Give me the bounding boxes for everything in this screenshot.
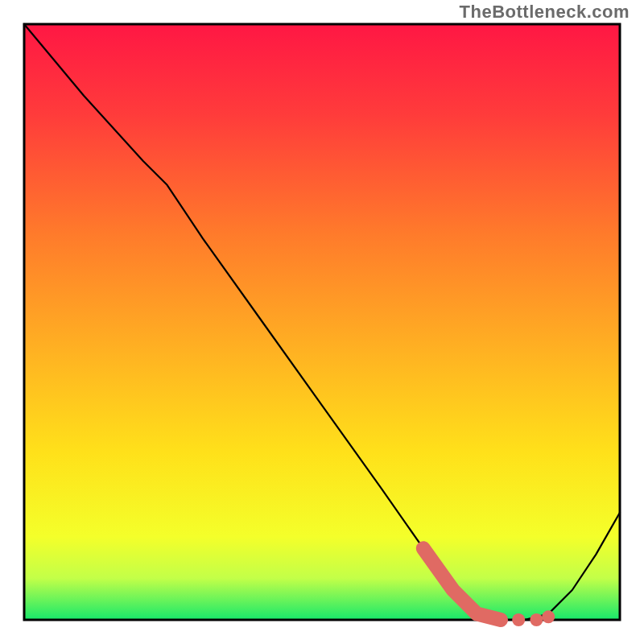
highlight-dot — [530, 613, 543, 626]
bottleneck-line-chart — [0, 0, 644, 644]
plot-area — [24, 24, 620, 626]
highlight-dot — [542, 610, 555, 623]
chart-container: TheBottleneck.com — [0, 0, 644, 644]
highlight-dot — [512, 613, 525, 626]
gradient-background — [24, 24, 620, 620]
highlight-dot — [494, 613, 507, 626]
